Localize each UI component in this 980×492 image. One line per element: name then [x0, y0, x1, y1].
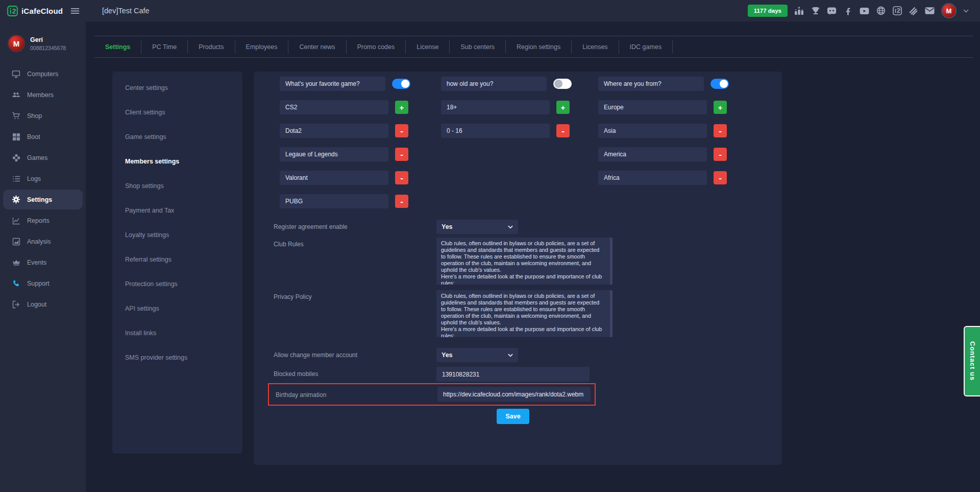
- tab-products[interactable]: Products: [188, 43, 234, 51]
- sidebar-item-boot[interactable]: Boot: [0, 126, 86, 147]
- windows-icon: [12, 132, 20, 141]
- register-agreement-label: Register agreement enable: [274, 223, 348, 230]
- facebook-icon[interactable]: [843, 6, 853, 16]
- tab-settings[interactable]: Settings: [94, 43, 141, 51]
- youtube-icon[interactable]: [860, 6, 869, 16]
- settings-nav-client-settings[interactable]: Client settings: [112, 100, 242, 125]
- privacy-policy-textarea[interactable]: Club rules, often outlined in bylaws or …: [436, 290, 612, 337]
- hamburger-menu-icon[interactable]: [70, 8, 80, 14]
- discord-icon[interactable]: [827, 6, 837, 16]
- sidebar-item-events[interactable]: Events: [0, 252, 86, 273]
- settings-nav-payment-and-tax[interactable]: Payment and Tax: [112, 198, 242, 223]
- option-input[interactable]: [441, 100, 550, 114]
- sidebar-item-support[interactable]: Support: [0, 273, 86, 294]
- icafecloud-mark-icon[interactable]: [892, 6, 902, 16]
- contact-us-tab[interactable]: Contact us: [964, 326, 980, 396]
- sidebar-menu: Computers Members Shop Boot Games Logs S…: [0, 63, 86, 315]
- birthday-animation-input[interactable]: [437, 387, 591, 402]
- remove-option-button[interactable]: -: [395, 124, 408, 137]
- chevron-down-icon: [508, 354, 513, 357]
- logout-icon: [12, 300, 20, 309]
- tab-center-news[interactable]: Center news: [288, 43, 346, 51]
- add-option-button[interactable]: +: [714, 101, 727, 114]
- tab-license[interactable]: License: [406, 43, 449, 51]
- crown-icon: [12, 258, 20, 267]
- blocked-mobiles-input[interactable]: [436, 367, 590, 382]
- mail-icon[interactable]: [925, 6, 935, 16]
- sidebar-item-label: Support: [27, 280, 50, 287]
- favorite-game-toggle[interactable]: [392, 79, 410, 89]
- sidebar-item-reports[interactable]: Reports: [0, 210, 86, 231]
- sidebar-item-label: Members: [27, 91, 54, 99]
- sidebar-item-settings[interactable]: Settings: [0, 189, 86, 210]
- remove-option-button[interactable]: -: [395, 195, 408, 208]
- tab-employees[interactable]: Employees: [235, 43, 288, 51]
- question-age-input[interactable]: [441, 77, 547, 91]
- register-agreement-select[interactable]: Yes: [436, 220, 518, 234]
- cart-icon: [12, 111, 20, 120]
- brand-logo[interactable]: iCafeCloud: [0, 0, 86, 21]
- ranking-icon[interactable]: [794, 6, 804, 16]
- allow-change-member-select[interactable]: Yes: [436, 348, 518, 362]
- remove-option-button[interactable]: -: [714, 171, 727, 184]
- question-favorite-game-input[interactable]: [280, 77, 385, 91]
- sidebar-item-shop[interactable]: Shop: [0, 105, 86, 126]
- option-input[interactable]: [598, 147, 707, 161]
- age-toggle[interactable]: [553, 79, 572, 89]
- add-option-button[interactable]: +: [395, 101, 408, 114]
- trophy-icon[interactable]: [811, 6, 820, 16]
- region-toggle[interactable]: [710, 79, 729, 89]
- tab-licenses[interactable]: Licenses: [572, 43, 618, 51]
- remove-option-button[interactable]: -: [714, 148, 727, 161]
- chevron-down-icon[interactable]: [963, 9, 969, 13]
- sidebar-item-logs[interactable]: Logs: [0, 168, 86, 189]
- settings-nav-protection-settings[interactable]: Protection settings: [112, 272, 242, 296]
- sidebar-item-label: Computers: [27, 71, 58, 78]
- question-region-input[interactable]: [598, 77, 704, 91]
- club-rules-textarea[interactable]: Club rules, often outlined in bylaws or …: [436, 238, 612, 285]
- remove-option-button[interactable]: -: [714, 124, 727, 137]
- settings-nav-sms-provider-settings[interactable]: SMS provider settings: [112, 345, 242, 370]
- settings-nav-shop-settings[interactable]: Shop settings: [112, 174, 242, 198]
- tab-pc-time[interactable]: PC Time: [141, 43, 187, 51]
- sidebar-item-computers[interactable]: Computers: [0, 63, 86, 84]
- option-input[interactable]: [441, 124, 550, 138]
- user-avatar[interactable]: M: [941, 3, 957, 18]
- option-input[interactable]: [280, 100, 388, 114]
- sidebar-item-games[interactable]: Games: [0, 147, 86, 168]
- topbar: iCafeCloud [dev]Test Cafe 1177 days: [0, 0, 980, 21]
- option-input[interactable]: [598, 100, 707, 114]
- sidebar-item-logout[interactable]: Logout: [0, 294, 86, 315]
- settings-nav-install-links[interactable]: Install links: [112, 321, 242, 345]
- option-input[interactable]: [280, 124, 388, 138]
- option-input[interactable]: [598, 171, 707, 185]
- settings-nav-center-settings[interactable]: Center settings: [112, 76, 242, 100]
- settings-nav-loyalty-settings[interactable]: Loyalty settings: [112, 223, 242, 247]
- tab-sub-centers[interactable]: Sub centers: [450, 43, 505, 51]
- remove-option-button[interactable]: -: [395, 148, 408, 161]
- brand-name: iCafeCloud: [21, 7, 63, 15]
- option-input[interactable]: [280, 171, 388, 185]
- option-input[interactable]: [598, 124, 707, 138]
- user-id: 008812345678: [30, 45, 66, 51]
- option-input[interactable]: [280, 147, 388, 161]
- globe-icon[interactable]: [876, 6, 886, 16]
- settings-nav-game-settings[interactable]: Game settings: [112, 125, 242, 149]
- stripes-logo-icon[interactable]: [909, 6, 918, 16]
- remove-option-button[interactable]: -: [395, 171, 408, 184]
- settings-nav-api-settings[interactable]: API settings: [112, 296, 242, 321]
- add-option-button[interactable]: +: [556, 101, 570, 114]
- sidebar-item-members[interactable]: Members: [0, 84, 86, 105]
- save-button[interactable]: Save: [497, 409, 529, 424]
- tab-region-settings[interactable]: Region settings: [506, 43, 571, 51]
- sidebar-item-analysis[interactable]: Analysis: [0, 231, 86, 252]
- settings-nav-referral-settings[interactable]: Referral settings: [112, 247, 242, 272]
- topbar-actions: 1177 days M: [748, 3, 980, 18]
- tab-idc-games[interactable]: IDC games: [619, 43, 673, 51]
- settings-nav-members-settings[interactable]: Members settings: [112, 149, 242, 174]
- tab-promo-codes[interactable]: Promo codes: [347, 43, 406, 51]
- blocked-mobiles-label: Blocked mobiles: [274, 370, 318, 378]
- remove-option-button[interactable]: -: [556, 124, 570, 137]
- option-input[interactable]: [280, 194, 388, 208]
- license-days-badge[interactable]: 1177 days: [748, 5, 788, 17]
